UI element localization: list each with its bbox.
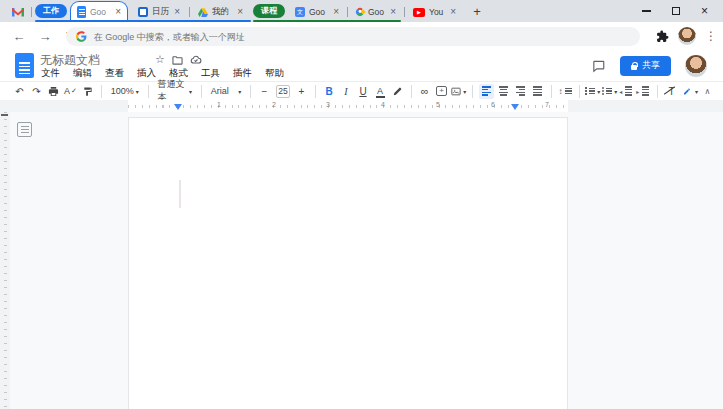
font-size-input[interactable]: 25	[276, 85, 290, 98]
editing-mode-button[interactable]: ▾	[683, 84, 698, 99]
new-tab-button[interactable]: +	[468, 3, 486, 21]
browser-menu-icon[interactable]: ⋮	[705, 29, 717, 43]
chevron-down-icon: ▾	[695, 88, 698, 95]
show-outline-button[interactable]	[17, 122, 32, 137]
redo-icon[interactable]: ↷	[29, 84, 44, 99]
extensions-icon[interactable]	[656, 30, 669, 43]
increase-font-size-button[interactable]: +	[294, 84, 309, 99]
tab-separator	[31, 7, 32, 17]
collapse-toolbar-button[interactable]: ∧	[700, 84, 715, 99]
tab-calendar[interactable]: 日历 ×	[132, 2, 186, 22]
google-maps-icon	[354, 6, 365, 17]
tab-group-work[interactable]: 工作	[35, 4, 67, 18]
decrease-font-size-button[interactable]: −	[257, 84, 272, 99]
toolbar-separator	[315, 85, 316, 98]
tab-title: 我的	[212, 6, 233, 18]
justify-button[interactable]	[530, 84, 545, 99]
tab-youtube[interactable]: ▶ You ×	[407, 2, 462, 22]
text-color-button[interactable]: A	[373, 84, 388, 99]
undo-icon[interactable]: ↶	[12, 84, 27, 99]
font-select[interactable]: Arial ▾	[208, 86, 245, 96]
pinned-tab-gmail[interactable]	[6, 2, 30, 22]
align-right-button[interactable]	[513, 84, 528, 99]
tab-close-icon[interactable]: ×	[333, 7, 339, 17]
menu-tools[interactable]: 工具	[199, 66, 222, 81]
vertical-ruler[interactable]	[0, 112, 10, 409]
italic-button[interactable]: I	[339, 84, 354, 99]
docs-toolbar: ↶ ↷ A✓ 100% ▾ 普通文本 ▾ Arial ▾ − 25 + B I	[0, 81, 723, 100]
align-left-button[interactable]	[479, 84, 494, 99]
window-controls: ×	[632, 0, 719, 22]
clear-formatting-button[interactable]: T	[664, 84, 679, 99]
tab-drive[interactable]: 我的 ×	[192, 2, 249, 22]
omnibox-input[interactable]	[94, 32, 630, 42]
browser-profile-avatar[interactable]	[678, 27, 696, 45]
right-indent-marker[interactable]	[511, 104, 519, 110]
insert-link-icon[interactable]: ∞	[417, 84, 432, 99]
tab-close-icon[interactable]: ×	[115, 7, 121, 17]
tab-close-icon[interactable]: ×	[174, 7, 180, 17]
vertical-ruler-marker	[1, 114, 8, 116]
minimize-button[interactable]	[632, 0, 661, 22]
back-button[interactable]: ←	[6, 29, 32, 44]
print-icon[interactable]	[46, 84, 61, 99]
underline-button[interactable]: U	[356, 84, 371, 99]
gmail-icon	[12, 7, 24, 17]
paint-format-icon[interactable]	[80, 84, 95, 99]
menu-file[interactable]: 文件	[39, 66, 62, 81]
numbered-list-button[interactable]: ▾	[585, 84, 600, 99]
share-label: 共享	[642, 59, 660, 72]
highlight-color-button[interactable]	[390, 84, 405, 99]
outdent-icon: ◂	[619, 88, 622, 95]
spellcheck-icon[interactable]: A✓	[63, 84, 78, 99]
bulleted-list-button[interactable]: ▾	[602, 84, 617, 99]
browser-window: 工作 Goo × 日历 × 我的 × 课程 文 Goo ×	[0, 0, 723, 409]
menu-help[interactable]: 帮助	[263, 66, 286, 81]
zoom-select[interactable]: 100% ▾	[108, 86, 142, 96]
google-translate-icon: 文	[295, 7, 305, 17]
share-button[interactable]: 共享	[620, 56, 671, 76]
increase-indent-button[interactable]: ▸	[636, 84, 651, 99]
maximize-button[interactable]	[661, 0, 690, 22]
tab-translate[interactable]: 文 Goo ×	[289, 2, 345, 22]
tab-close-icon[interactable]: ×	[237, 7, 243, 17]
tab-separator	[404, 7, 405, 17]
horizontal-ruler[interactable]: 1 2 3 4 5 6 7	[0, 100, 723, 112]
ruler-ticks	[128, 105, 568, 108]
ruler-number: 1	[217, 101, 221, 108]
forward-button[interactable]: →	[32, 29, 58, 44]
ruler-number: 7	[545, 101, 549, 108]
google-docs-logo-icon[interactable]	[15, 53, 34, 78]
tab-title: Goo	[309, 7, 329, 17]
comments-icon[interactable]	[591, 59, 606, 73]
document-page[interactable]	[128, 117, 568, 409]
line-spacing-button[interactable]: ↕	[558, 84, 573, 99]
align-center-button[interactable]	[496, 84, 511, 99]
document-status-cloud-icon[interactable]	[190, 54, 202, 65]
move-folder-icon[interactable]	[172, 55, 183, 65]
star-icon[interactable]: ☆	[155, 53, 165, 66]
menu-addons[interactable]: 插件	[231, 66, 254, 81]
omnibox[interactable]	[66, 27, 640, 46]
tab-maps[interactable]: Goo ×	[350, 2, 402, 22]
insert-comment-icon[interactable]: +	[434, 84, 449, 99]
menu-edit[interactable]: 编辑	[71, 66, 94, 81]
tab-close-icon[interactable]: ×	[390, 7, 396, 17]
insert-image-icon[interactable]: ▾	[451, 84, 466, 99]
tab-google-docs[interactable]: Goo ×	[70, 1, 128, 22]
menu-view[interactable]: 查看	[103, 66, 126, 81]
text-cursor	[179, 180, 181, 208]
align-left-icon	[482, 86, 491, 95]
docs-profile-avatar[interactable]	[685, 55, 707, 77]
maximize-icon	[672, 7, 680, 15]
ruler-number: 5	[436, 101, 440, 108]
toolbar-separator	[657, 85, 658, 98]
decrease-indent-button[interactable]: ◂	[619, 84, 634, 99]
indent-icon: ▸	[636, 88, 639, 95]
close-button[interactable]: ×	[690, 0, 719, 22]
left-indent-marker[interactable]	[174, 104, 182, 110]
tab-group-course[interactable]: 课程	[253, 4, 285, 18]
bold-button[interactable]: B	[322, 84, 337, 99]
toolbar-separator	[472, 85, 473, 98]
tab-close-icon[interactable]: ×	[450, 7, 456, 17]
